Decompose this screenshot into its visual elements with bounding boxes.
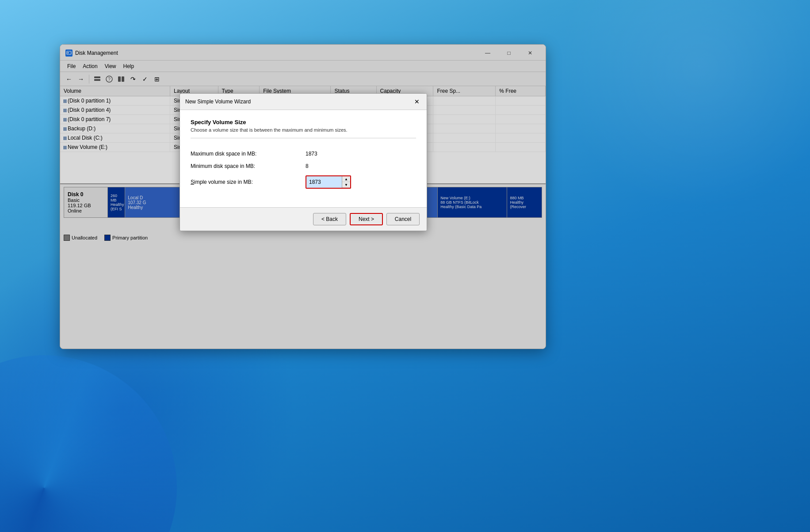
spinbox-up-button[interactable]: ▲ [342,176,350,182]
modal-overlay: New Simple Volume Wizard ✕ Specify Volum… [60,45,546,349]
wizard-subtext: Choose a volume size that is between the… [191,127,416,133]
wizard-heading: Specify Volume Size [191,119,416,125]
max-disk-label: Maximum disk space in MB: [191,151,306,157]
cancel-button[interactable]: Cancel [386,213,420,225]
volume-size-label: Simple volume size in MB: [191,179,306,185]
volume-size-row: Simple volume size in MB: ▲ ▼ [191,175,416,189]
spinbox-buttons: ▲ ▼ [342,176,350,188]
next-button[interactable]: Next > [350,213,383,225]
wizard-form: Maximum disk space in MB: 1873 Minimum d… [191,144,416,198]
wizard-title: New Simple Volume Wizard [185,99,251,105]
wizard-divider [191,138,416,138]
volume-size-input[interactable] [306,176,342,188]
disk-management-window: Disk Management — □ ✕ File Action View H… [60,44,546,349]
min-disk-value: 8 [306,163,309,169]
wizard-close-button[interactable]: ✕ [413,97,421,106]
wizard-title-bar: New Simple Volume Wizard ✕ [180,94,427,110]
spinbox-down-button[interactable]: ▼ [342,182,350,188]
wizard-footer: < Back Next > Cancel [180,207,427,231]
max-disk-value: 1873 [306,151,317,157]
volume-size-spinbox[interactable]: ▲ ▼ [306,175,351,189]
min-disk-row: Minimum disk space in MB: 8 [191,163,416,169]
min-disk-label: Minimum disk space in MB: [191,163,306,169]
wizard-dialog: New Simple Volume Wizard ✕ Specify Volum… [180,93,427,231]
back-button[interactable]: < Back [313,213,346,225]
max-disk-row: Maximum disk space in MB: 1873 [191,151,416,157]
wizard-body: Specify Volume Size Choose a volume size… [180,110,427,207]
